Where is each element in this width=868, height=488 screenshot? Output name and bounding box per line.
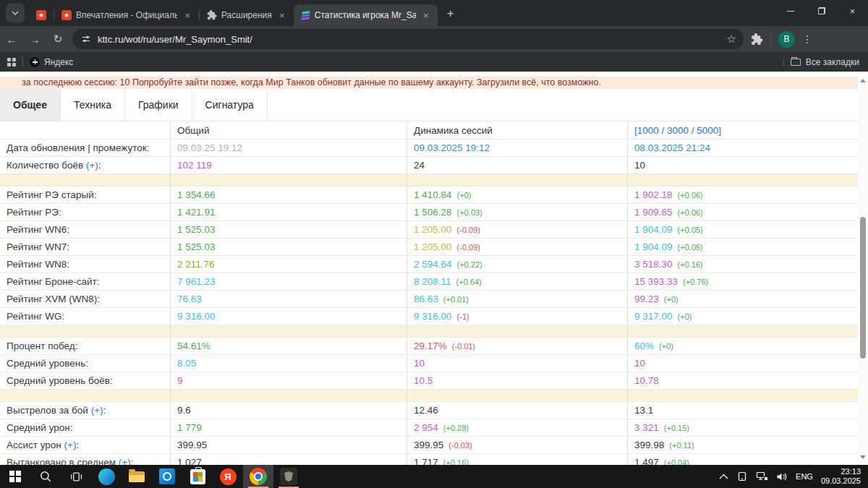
row-label: Количество боёв (+): [0, 157, 170, 174]
address-bar[interactable]: kttc.ru/wot/ru/user/Mr_Saymon_Smit/ ☆ [72, 29, 744, 49]
table-row: Рейтинг Броне-сайт:7 961.238 208.11 (+0.… [0, 273, 858, 291]
chrome-button[interactable] [243, 465, 273, 488]
bookmark-star-icon[interactable]: ☆ [727, 33, 736, 46]
stat-value: 29.17% [414, 341, 447, 351]
spacer-cell [407, 325, 627, 337]
cell-value: 2 211.76 [170, 256, 407, 273]
url-text[interactable]: kttc.ru/wot/ru/user/Mr_Saymon_Smit/ [98, 34, 727, 45]
tab-general[interactable]: Общее [0, 89, 61, 121]
tray-clock[interactable]: 23:13 09.03.2025 [821, 467, 861, 486]
cell-value: 2 594.64 (+0.22) [407, 256, 627, 273]
stats-table: Общий Динамика сессий [1000 / 3000 / 500… [0, 122, 858, 465]
cell-value: 8 208.11 (+0.64) [407, 273, 627, 290]
close-icon[interactable]: × [182, 10, 193, 21]
outlook-button[interactable] [152, 465, 182, 488]
forward-button[interactable]: → [23, 33, 46, 46]
stat-delta: (+0) [676, 312, 692, 321]
stat-value: 60% [634, 341, 654, 351]
tray-time: 23:13 [841, 467, 861, 476]
browser-menu-icon[interactable]: ⋮ [802, 33, 812, 45]
profile-avatar[interactable]: B [778, 31, 795, 48]
file-explorer-icon [129, 471, 145, 482]
stat-value: 3 518.30 [634, 259, 673, 270]
spacer-cell [407, 390, 627, 401]
volume-icon[interactable] [776, 472, 788, 481]
site-settings-icon[interactable] [81, 34, 91, 44]
ms-store-button[interactable] [182, 465, 213, 488]
stat-delta: (+0.06) [676, 191, 703, 200]
close-icon[interactable]: × [276, 10, 288, 21]
extensions-icon[interactable] [751, 33, 763, 46]
table-row: Дата обновления | промежуток:09.03.25 19… [0, 140, 858, 157]
cell-value: 1 904.09 (+0.05) [627, 221, 858, 238]
tab-vehicles[interactable]: Техника [61, 89, 125, 121]
stat-value: 1 909.85 [634, 207, 673, 218]
phone-link-icon[interactable] [736, 471, 748, 481]
tab-title: Впечатления - Официальный [76, 10, 177, 20]
page-scrollbar[interactable] [858, 75, 868, 465]
cell-value: 1 421.91 [170, 204, 407, 221]
reload-button[interactable]: ↻ [46, 33, 69, 46]
stat-value: 8 208.11 [414, 276, 451, 287]
yandex-plus-icon [30, 57, 40, 67]
apps-grid-icon[interactable] [7, 58, 16, 67]
pinned-tab[interactable]: ★ [29, 4, 54, 26]
browser-tab-strip: ★ ★ Впечатления - Официальный × Расширен… [0, 0, 868, 26]
stat-delta: (+0.28) [441, 424, 469, 432]
tab-extensions[interactable]: Расширения × [200, 4, 294, 26]
cell-value: 3 518.30 (+0.16) [627, 256, 858, 273]
tray-chevron-up-icon[interactable] [719, 474, 728, 479]
expand-link[interactable]: (+) [61, 440, 77, 450]
stat-value: 1 205.00 [414, 224, 452, 235]
cell-value: 9 317.00 (+0) [627, 308, 858, 325]
spacer-cell [627, 390, 858, 401]
stat-value: 1 027 [177, 457, 202, 465]
row-label: Средний урон: [0, 419, 170, 436]
header-battles-link[interactable]: [1000 / 3000 / 5000] [627, 122, 858, 139]
start-button[interactable] [0, 465, 30, 488]
row-label: Дата обновления | промежуток: [0, 140, 170, 156]
expand-link[interactable]: (+) [116, 457, 131, 465]
yandex-browser-icon: Я [220, 468, 237, 485]
taskbar-search-button[interactable] [30, 465, 61, 488]
cell-value: 399.98 (+0.11) [627, 437, 858, 453]
cell-value: 54.61% [170, 338, 407, 354]
network-icon[interactable] [756, 471, 768, 481]
stat-value: 08.03.2025 21:24 [634, 142, 710, 153]
close-icon[interactable]: × [420, 10, 432, 21]
expand-link[interactable]: (+) [88, 405, 103, 416]
cell-value: 1 506.28 (+0.03) [407, 204, 627, 221]
new-tab-button[interactable]: + [442, 7, 459, 21]
tab-signature[interactable]: Сигнатура [192, 89, 268, 121]
row-label: Выстрелов за бой (+): [0, 402, 170, 419]
close-window-button[interactable]: × [837, 0, 868, 22]
cell-value: 10 [627, 157, 858, 174]
stat-delta: (+0.76) [681, 278, 708, 286]
world-of-tanks-icon [280, 468, 297, 485]
bookmarks-bar: Яндекс Все закладки [0, 52, 868, 72]
bookmark-yandex[interactable]: Яндекс [44, 57, 73, 67]
scroll-down-icon[interactable] [860, 455, 866, 459]
table-spacer-row [0, 325, 858, 338]
back-button[interactable]: ← [0, 33, 23, 46]
all-bookmarks[interactable]: Все закладки [777, 57, 868, 67]
tab-impressions[interactable]: ★ Впечатления - Официальный × [54, 4, 199, 26]
tab-player-stats-active[interactable]: Статистика игрока Mr_Saymon × [294, 4, 438, 26]
minimize-icon [787, 11, 794, 12]
tab-search-button[interactable] [6, 4, 25, 22]
task-view-button[interactable] [61, 465, 91, 488]
yandex-browser-button[interactable]: Я [213, 465, 243, 488]
cell-value: 12.46 [407, 402, 627, 419]
expand-link[interactable]: (+) [83, 160, 98, 171]
edge-button[interactable] [91, 465, 122, 488]
stat-value: 2 211.76 [177, 259, 215, 270]
world-of-tanks-button[interactable] [273, 465, 304, 488]
tab-charts[interactable]: Графики [125, 89, 192, 121]
cell-value: 9 [170, 372, 407, 389]
language-indicator[interactable]: ENG [796, 472, 813, 481]
scrollbar-thumb[interactable] [860, 217, 866, 359]
scroll-up-icon[interactable] [860, 79, 866, 82]
restore-button[interactable] [806, 0, 837, 22]
minimize-button[interactable] [775, 0, 806, 22]
file-explorer-button[interactable] [122, 465, 152, 488]
